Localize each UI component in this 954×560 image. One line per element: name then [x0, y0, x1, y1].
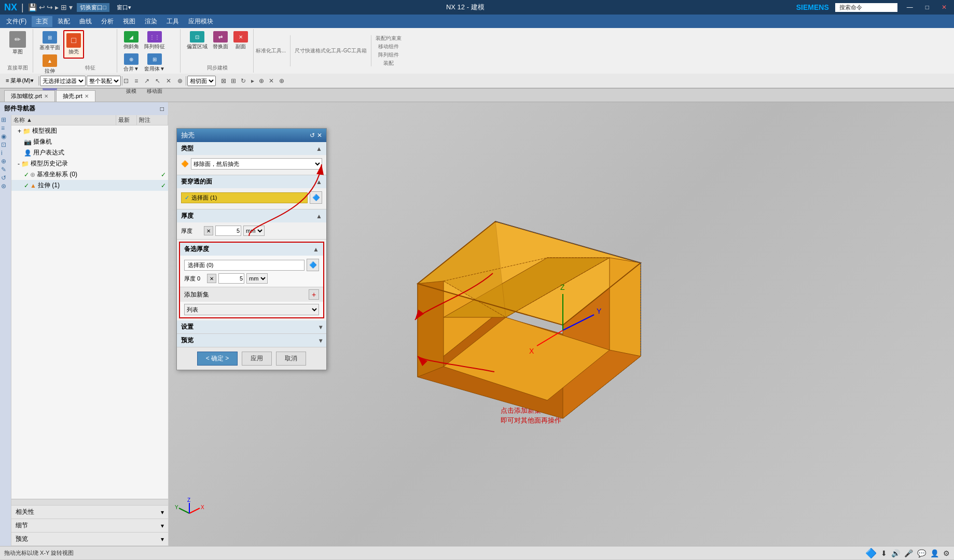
selection-filter[interactable]: 无选择过滤器	[40, 76, 86, 86]
settings-section-header[interactable]: 设置 ▾	[177, 320, 326, 333]
search-box[interactable]: 搜索命令	[835, 3, 897, 12]
expand-icon-1: +	[18, 128, 21, 135]
add-set-button[interactable]: +	[309, 289, 319, 300]
nav-icon-2[interactable]: ≡	[1, 124, 10, 132]
menu-item-tools[interactable]: 工具	[162, 16, 183, 27]
chamfer-btn[interactable]: ◢ 倒斜角	[121, 30, 141, 51]
menu-item-analysis[interactable]: 分析	[97, 16, 118, 27]
datum-plane-btn[interactable]: ⊞ 基准平面	[37, 30, 62, 52]
type-label: 类型	[181, 144, 193, 153]
tree-item-extrude[interactable]: ✓ ▲ 拉伸 (1) ✓	[11, 180, 168, 191]
thickness-unit[interactable]: mm	[243, 226, 265, 236]
menu-item-file[interactable]: 文件(F)	[2, 16, 31, 27]
faces-section-header[interactable]: 要穿透的面 ▲	[177, 175, 326, 188]
apply-button[interactable]: 应用	[242, 352, 272, 366]
related-panel[interactable]: 相关性 ▾	[11, 506, 168, 519]
preview-panel[interactable]: 预览 ▾	[11, 533, 168, 546]
face-type[interactable]: 相切面	[187, 76, 216, 86]
nav-icon-5[interactable]: i	[1, 149, 10, 157]
tree-item-camera[interactable]: 📷 摄像机	[11, 136, 168, 147]
tab-螺纹[interactable]: 添加螺纹.prt ✕	[4, 90, 55, 102]
tab-shell-close[interactable]: ✕	[85, 93, 89, 99]
replace-face-btn[interactable]: ⇄ 替换面	[211, 30, 230, 51]
menu-item-render[interactable]: 渲染	[141, 16, 161, 27]
alternate-section-header[interactable]: 备选厚度 ▲	[180, 243, 323, 256]
settings-section: 设置 ▾	[177, 320, 326, 334]
nav-icon-4[interactable]: ⊡	[1, 141, 10, 148]
array-icon: ⋮⋮	[147, 31, 162, 43]
scope-select[interactable]: 整个装配	[87, 76, 121, 86]
expand-icon-2: -	[18, 160, 20, 167]
tree-item-datum[interactable]: ✓ ⊕ 基准坐标系 (0) ✓	[11, 169, 168, 180]
viewport[interactable]: 抽壳 ↺ ✕ 类型 ▲ 🔶 移除面，然后抽壳	[169, 102, 954, 546]
add-set-row: 添加新集 +	[180, 287, 323, 302]
tree-scrollbar[interactable]	[11, 499, 168, 505]
toolbar-icons: 💾 ↩ ↪ ▸ ⊞ ▾	[28, 3, 73, 11]
nav-icon-8[interactable]: ↺	[1, 174, 10, 181]
merge-btn[interactable]: ⊕ 合并▼	[121, 52, 141, 74]
type-select[interactable]: 移除面，然后抽壳	[191, 158, 322, 170]
alt-thickness-unit[interactable]: mm	[246, 273, 268, 284]
tree-content[interactable]: + 📁 模型视图 📷 摄像机 👤 用户表达式	[11, 125, 168, 499]
dialog-titlebar[interactable]: 抽壳 ↺ ✕	[177, 129, 326, 142]
dialog-close-icon[interactable]: ✕	[317, 132, 322, 139]
tab-shell[interactable]: 抽壳.prt ✕	[56, 90, 95, 102]
cancel-button[interactable]: 取消	[276, 352, 306, 366]
suite-btn[interactable]: ⊞ 套用体▼	[142, 52, 167, 74]
col-note: 附注	[137, 115, 168, 125]
menu-btn[interactable]: ≡ 菜单(M)▾	[2, 75, 37, 86]
ribbon-group-sync: ⊡ 偏置区域 ⇄ 替换面 ✕ 副面 同步建模	[182, 29, 254, 73]
ok-button[interactable]: < 确定 >	[197, 352, 238, 366]
part-nav-expand[interactable]: □	[160, 105, 164, 113]
thickness-section-header[interactable]: 厚度 ▲	[177, 209, 326, 222]
tree-item-model-history[interactable]: - 📁 模型历史记录	[11, 158, 168, 169]
tab-螺纹-close[interactable]: ✕	[44, 93, 48, 99]
close-btn[interactable]: ✕	[938, 4, 950, 11]
nav-icon-6[interactable]: ⊕	[1, 158, 10, 165]
max-btn[interactable]: □	[922, 4, 932, 11]
menu-item-home[interactable]: 主页	[32, 16, 52, 27]
min-btn[interactable]: —	[904, 4, 916, 11]
tree-item-model-view[interactable]: + 📁 模型视图	[11, 125, 168, 136]
menu-item-curve[interactable]: 曲线	[75, 16, 96, 27]
type-section-header[interactable]: 类型 ▲	[177, 142, 326, 155]
dialog-restore-icon[interactable]: ↺	[310, 132, 315, 139]
nx-logo: NX	[4, 2, 17, 13]
replace-face-icon: ⇄	[213, 31, 228, 43]
alt-face-select-button[interactable]: 选择面 (0)	[184, 260, 305, 271]
detail-panel[interactable]: 细节 ▾	[11, 519, 168, 533]
array-btn[interactable]: ⋮⋮ 阵列特征	[142, 30, 167, 51]
thickness-input[interactable]	[215, 226, 241, 236]
shell-btn[interactable]: □ 抽壳	[63, 30, 84, 59]
face-select-button[interactable]: ✓ 选择面 (1)	[181, 192, 308, 203]
sketch-btn[interactable]: ✏ 草图	[6, 30, 29, 57]
switch-window-btn[interactable]: 切换窗口□	[77, 3, 109, 12]
alt-face-select-label: 选择面 (0)	[188, 261, 214, 269]
faces-label: 要穿透的面	[181, 177, 212, 186]
extrude-btn[interactable]: ▲ 拉伸	[37, 53, 62, 76]
thickness-x-btn[interactable]: ✕	[204, 226, 213, 235]
menu-item-app[interactable]: 应用模块	[184, 16, 217, 27]
svg-line-21	[189, 508, 200, 513]
menu-item-assembly[interactable]: 装配	[53, 16, 74, 27]
offset-region-btn[interactable]: ⊡ 偏置区域	[185, 30, 210, 51]
status-icon-2: ⬇	[881, 549, 887, 557]
nav-icon-3[interactable]: ◉	[1, 133, 10, 140]
titlebar-right: SIEMENS 搜索命令 — □ ✕	[796, 3, 950, 12]
alt-face-cube-button[interactable]: 🔷	[307, 259, 319, 271]
tree-item-datum-label: 基准坐标系 (0)	[37, 170, 159, 179]
nav-icon-7[interactable]: ✎	[1, 166, 10, 173]
preview-section-header[interactable]: 预览 ▾	[177, 334, 326, 347]
window-btn[interactable]: 窗口▾	[114, 3, 134, 12]
alt-thickness-input[interactable]	[218, 273, 244, 284]
list-select[interactable]: 列表	[184, 304, 319, 315]
nav-icon-1[interactable]: ⊞	[1, 116, 10, 123]
delete-face-btn[interactable]: ✕ 副面	[231, 30, 250, 51]
nav-icon-9[interactable]: ⊛	[1, 183, 10, 190]
tree-item-user-exp[interactable]: 👤 用户表达式	[11, 147, 168, 158]
face-cube-button[interactable]: 🔷	[310, 191, 322, 204]
alt-thickness-x-btn[interactable]: ✕	[207, 274, 216, 283]
tab-shell-label: 抽壳.prt	[63, 92, 82, 100]
menu-item-view[interactable]: 视图	[119, 16, 140, 27]
alt-thickness-row: 厚度 0 ✕ mm	[184, 273, 319, 284]
